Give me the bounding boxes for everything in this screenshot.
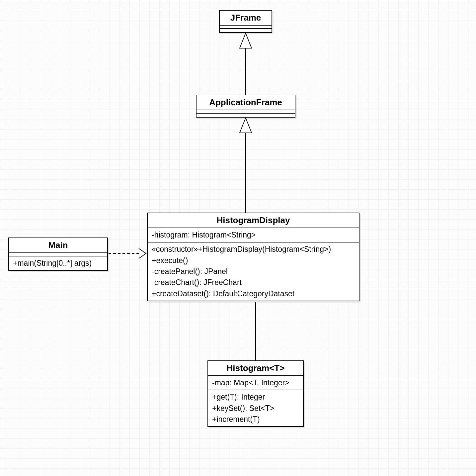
class-title: JFrame	[220, 11, 272, 26]
class-method: -createChart(): JFreeChart	[152, 277, 355, 288]
class-attributes: -map: Map<T, Integer>	[208, 376, 303, 390]
class-histogram: Histogram<T> -map: Map<T, Integer> +get(…	[207, 360, 304, 427]
class-method: +createDataset(): DefaultCategoryDataset	[152, 288, 355, 299]
class-method: -createPanel(): JPanel	[152, 266, 355, 277]
class-attributes	[197, 110, 295, 114]
class-methods: +get(T): Integer +keySet(): Set<T> +incr…	[208, 390, 303, 426]
class-methods: +main(String[0..*] args)	[9, 256, 107, 270]
class-title: ApplicationFrame	[197, 95, 295, 110]
class-method: «constructor»+HistogramDisplay(Histogram…	[152, 244, 355, 255]
class-method: +main(String[0..*] args)	[13, 258, 103, 269]
class-histogram-display: HistogramDisplay -histogram: Histogram<S…	[147, 213, 359, 301]
class-attributes: -histogram: Histogram<String>	[148, 228, 359, 242]
class-jframe: JFrame	[219, 10, 272, 33]
class-title: HistogramDisplay	[148, 213, 359, 228]
class-main: Main +main(String[0..*] args)	[8, 238, 108, 271]
class-method: +keySet(): Set<T>	[212, 403, 299, 414]
class-title: Histogram<T>	[208, 361, 303, 376]
svg-marker-1	[240, 33, 252, 48]
class-attribute: -map: Map<T, Integer>	[212, 377, 299, 388]
class-attribute: -histogram: Histogram<String>	[152, 230, 355, 240]
class-method: +get(T): Integer	[212, 392, 299, 403]
class-methods	[197, 114, 295, 117]
class-methods	[220, 29, 272, 32]
inheritance-arrow-icon	[240, 118, 252, 213]
class-methods: «constructor»+HistogramDisplay(Histogram…	[148, 242, 359, 301]
class-method: +increment(T)	[212, 414, 299, 425]
svg-marker-3	[240, 118, 252, 133]
inheritance-arrow-icon	[240, 33, 252, 95]
class-application-frame: ApplicationFrame	[196, 95, 295, 118]
class-attributes	[220, 26, 272, 29]
class-title: Main	[9, 238, 107, 253]
dependency-arrow-icon	[109, 248, 146, 258]
class-method: +execute()	[152, 255, 355, 266]
class-attributes	[9, 253, 107, 256]
